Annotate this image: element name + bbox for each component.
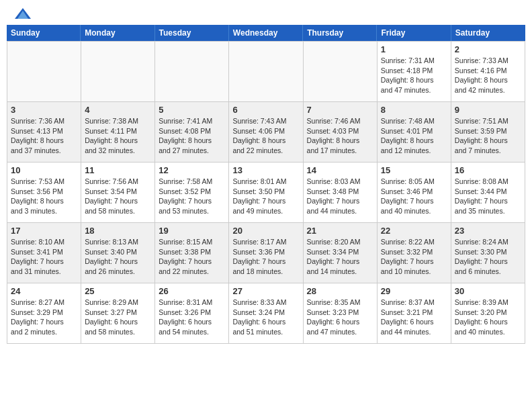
day-detail: Sunrise: 7:36 AMSunset: 4:13 PMDaylight:… bbox=[11, 116, 77, 156]
day-detail: Sunrise: 8:31 AMSunset: 3:26 PMDaylight:… bbox=[159, 298, 225, 337]
day-cell-19: 19 Sunrise: 8:15 AMSunset: 3:38 PMDaylig… bbox=[155, 223, 229, 283]
day-cell-13: 13 Sunrise: 8:01 AMSunset: 3:50 PMDaylig… bbox=[229, 163, 303, 223]
day-detail: Sunrise: 7:43 AMSunset: 4:06 PMDaylight:… bbox=[232, 116, 299, 156]
day-cell-21: 21 Sunrise: 8:20 AMSunset: 3:34 PMDaylig… bbox=[304, 223, 378, 283]
day-number: 17 bbox=[11, 226, 77, 236]
day-detail: Sunrise: 8:01 AMSunset: 3:50 PMDaylight:… bbox=[232, 177, 299, 216]
day-number: 22 bbox=[381, 226, 447, 236]
day-detail: Sunrise: 7:46 AMSunset: 4:03 PMDaylight:… bbox=[307, 116, 373, 156]
empty-cell bbox=[304, 42, 378, 102]
day-number: 9 bbox=[455, 105, 521, 115]
day-cell-30: 30 Sunrise: 8:39 AMSunset: 3:20 PMDaylig… bbox=[451, 283, 525, 344]
day-cell-7: 7 Sunrise: 7:46 AMSunset: 4:03 PMDayligh… bbox=[304, 102, 378, 163]
day-detail: Sunrise: 8:22 AMSunset: 3:32 PMDaylight:… bbox=[381, 237, 447, 277]
day-cell-6: 6 Sunrise: 7:43 AMSunset: 4:06 PMDayligh… bbox=[229, 102, 303, 163]
day-cell-24: 24 Sunrise: 8:27 AMSunset: 3:29 PMDaylig… bbox=[7, 283, 81, 344]
day-cell-20: 20 Sunrise: 8:17 AMSunset: 3:36 PMDaylig… bbox=[229, 223, 303, 283]
day-detail: Sunrise: 8:20 AMSunset: 3:34 PMDaylight:… bbox=[307, 237, 373, 277]
weekday-header-monday: Monday bbox=[81, 25, 154, 41]
day-number: 10 bbox=[11, 165, 77, 175]
empty-cell bbox=[229, 42, 303, 102]
day-detail: Sunrise: 8:15 AMSunset: 3:38 PMDaylight:… bbox=[159, 237, 225, 277]
day-number: 27 bbox=[232, 286, 299, 296]
day-number: 26 bbox=[159, 286, 225, 296]
day-number: 13 bbox=[232, 165, 299, 175]
day-detail: Sunrise: 8:08 AMSunset: 3:44 PMDaylight:… bbox=[455, 177, 521, 216]
day-cell-15: 15 Sunrise: 8:05 AMSunset: 3:46 PMDaylig… bbox=[378, 163, 451, 223]
day-number: 15 bbox=[381, 165, 447, 175]
day-detail: Sunrise: 8:10 AMSunset: 3:41 PMDaylight:… bbox=[11, 237, 77, 277]
day-number: 30 bbox=[455, 286, 521, 296]
day-detail: Sunrise: 8:05 AMSunset: 3:46 PMDaylight:… bbox=[381, 177, 447, 216]
day-number: 19 bbox=[159, 226, 225, 236]
day-detail: Sunrise: 8:33 AMSunset: 3:24 PMDaylight:… bbox=[232, 298, 299, 337]
day-detail: Sunrise: 7:48 AMSunset: 4:01 PMDaylight:… bbox=[381, 116, 447, 156]
day-cell-27: 27 Sunrise: 8:33 AMSunset: 3:24 PMDaylig… bbox=[229, 283, 303, 344]
day-number: 5 bbox=[159, 105, 225, 115]
day-cell-2: 2 Sunrise: 7:33 AMSunset: 4:16 PMDayligh… bbox=[451, 42, 525, 102]
logo-icon bbox=[13, 7, 32, 21]
day-number: 3 bbox=[11, 105, 77, 115]
logo bbox=[13, 7, 35, 21]
day-cell-10: 10 Sunrise: 7:53 AMSunset: 3:56 PMDaylig… bbox=[7, 163, 81, 223]
calendar-body: 1 Sunrise: 7:31 AMSunset: 4:18 PMDayligh… bbox=[7, 41, 525, 344]
day-number: 2 bbox=[455, 44, 521, 54]
day-detail: Sunrise: 7:56 AMSunset: 3:54 PMDaylight:… bbox=[85, 177, 151, 216]
weekday-header-saturday: Saturday bbox=[451, 25, 525, 41]
day-cell-23: 23 Sunrise: 8:24 AMSunset: 3:30 PMDaylig… bbox=[451, 223, 525, 283]
day-number: 6 bbox=[232, 105, 299, 115]
empty-cell bbox=[81, 42, 155, 102]
day-cell-9: 9 Sunrise: 7:51 AMSunset: 3:59 PMDayligh… bbox=[451, 102, 525, 163]
day-number: 29 bbox=[381, 286, 447, 296]
empty-cell bbox=[7, 42, 81, 102]
day-detail: Sunrise: 8:39 AMSunset: 3:20 PMDaylight:… bbox=[455, 298, 521, 337]
empty-cell bbox=[155, 42, 229, 102]
weekday-header-tuesday: Tuesday bbox=[155, 25, 229, 41]
day-cell-3: 3 Sunrise: 7:36 AMSunset: 4:13 PMDayligh… bbox=[7, 102, 81, 163]
day-cell-16: 16 Sunrise: 8:08 AMSunset: 3:44 PMDaylig… bbox=[451, 163, 525, 223]
day-detail: Sunrise: 7:38 AMSunset: 4:11 PMDaylight:… bbox=[85, 116, 151, 156]
weekday-header-friday: Friday bbox=[377, 25, 451, 41]
day-cell-8: 8 Sunrise: 7:48 AMSunset: 4:01 PMDayligh… bbox=[378, 102, 451, 163]
day-cell-26: 26 Sunrise: 8:31 AMSunset: 3:26 PMDaylig… bbox=[155, 283, 229, 344]
day-number: 25 bbox=[85, 286, 151, 296]
day-detail: Sunrise: 7:41 AMSunset: 4:08 PMDaylight:… bbox=[159, 116, 225, 156]
day-detail: Sunrise: 8:29 AMSunset: 3:27 PMDaylight:… bbox=[85, 298, 151, 337]
day-detail: Sunrise: 8:27 AMSunset: 3:29 PMDaylight:… bbox=[11, 298, 77, 337]
weekday-header-sunday: Sunday bbox=[7, 25, 81, 41]
day-detail: Sunrise: 8:37 AMSunset: 3:21 PMDaylight:… bbox=[381, 298, 447, 337]
day-number: 18 bbox=[85, 226, 151, 236]
day-cell-17: 17 Sunrise: 8:10 AMSunset: 3:41 PMDaylig… bbox=[7, 223, 81, 283]
day-number: 14 bbox=[307, 165, 373, 175]
day-cell-22: 22 Sunrise: 8:22 AMSunset: 3:32 PMDaylig… bbox=[378, 223, 451, 283]
day-cell-29: 29 Sunrise: 8:37 AMSunset: 3:21 PMDaylig… bbox=[378, 283, 451, 344]
day-cell-14: 14 Sunrise: 8:03 AMSunset: 3:48 PMDaylig… bbox=[304, 163, 378, 223]
day-number: 20 bbox=[232, 226, 299, 236]
day-cell-28: 28 Sunrise: 8:35 AMSunset: 3:23 PMDaylig… bbox=[304, 283, 378, 344]
day-number: 23 bbox=[455, 226, 521, 236]
day-detail: Sunrise: 7:33 AMSunset: 4:16 PMDaylight:… bbox=[455, 56, 521, 95]
calendar: SundayMondayTuesdayWednesdayThursdayFrid… bbox=[7, 25, 525, 344]
day-detail: Sunrise: 8:35 AMSunset: 3:23 PMDaylight:… bbox=[307, 298, 373, 337]
day-cell-11: 11 Sunrise: 7:56 AMSunset: 3:54 PMDaylig… bbox=[81, 163, 155, 223]
day-number: 7 bbox=[307, 105, 373, 115]
day-detail: Sunrise: 7:58 AMSunset: 3:52 PMDaylight:… bbox=[159, 177, 225, 216]
day-detail: Sunrise: 8:03 AMSunset: 3:48 PMDaylight:… bbox=[307, 177, 373, 216]
day-cell-4: 4 Sunrise: 7:38 AMSunset: 4:11 PMDayligh… bbox=[81, 102, 155, 163]
day-detail: Sunrise: 7:31 AMSunset: 4:18 PMDaylight:… bbox=[381, 56, 447, 95]
day-detail: Sunrise: 8:13 AMSunset: 3:40 PMDaylight:… bbox=[85, 237, 151, 277]
calendar-header: SundayMondayTuesdayWednesdayThursdayFrid… bbox=[7, 25, 525, 41]
day-number: 28 bbox=[307, 286, 373, 296]
day-cell-5: 5 Sunrise: 7:41 AMSunset: 4:08 PMDayligh… bbox=[155, 102, 229, 163]
page-header bbox=[0, 0, 532, 25]
day-number: 11 bbox=[85, 165, 151, 175]
day-cell-25: 25 Sunrise: 8:29 AMSunset: 3:27 PMDaylig… bbox=[81, 283, 155, 344]
day-cell-18: 18 Sunrise: 8:13 AMSunset: 3:40 PMDaylig… bbox=[81, 223, 155, 283]
day-detail: Sunrise: 7:53 AMSunset: 3:56 PMDaylight:… bbox=[11, 177, 77, 216]
day-number: 21 bbox=[307, 226, 373, 236]
day-number: 16 bbox=[455, 165, 521, 175]
day-number: 24 bbox=[11, 286, 77, 296]
day-number: 1 bbox=[381, 44, 447, 54]
day-number: 12 bbox=[159, 165, 225, 175]
day-detail: Sunrise: 8:24 AMSunset: 3:30 PMDaylight:… bbox=[455, 237, 521, 277]
